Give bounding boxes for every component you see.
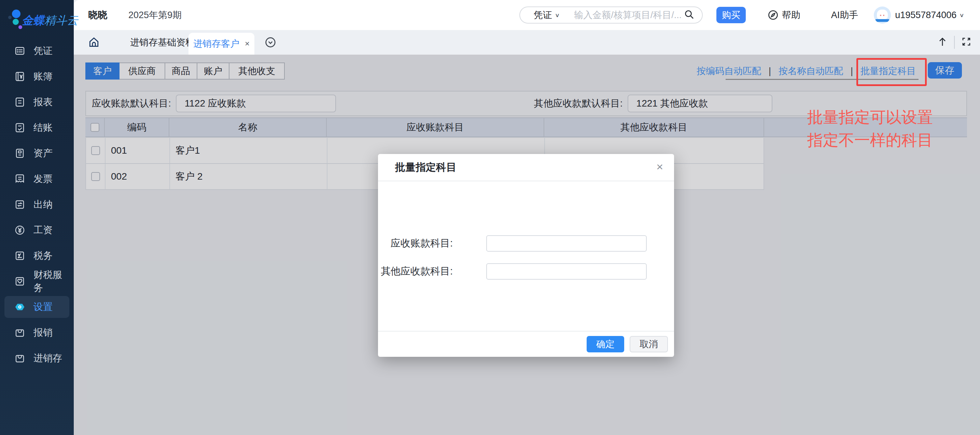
ledger-icon (14, 71, 25, 82)
logo-dot-icon (8, 16, 12, 19)
sidebar-item-closing[interactable]: 结账 (5, 117, 69, 139)
close-tab-icon[interactable]: × (245, 39, 250, 48)
sidebar-item-label: 报销 (33, 326, 52, 339)
logo-dot-icon (13, 19, 19, 25)
tax-icon (14, 250, 25, 261)
logo-dot-icon (12, 10, 21, 18)
dialog-title: 批量指定科目 (395, 161, 457, 174)
sidebar-item-invoice[interactable]: 发票 (5, 168, 69, 190)
sidebar-item-label: 资产 (33, 147, 52, 160)
annotation-line: 批量指定可以设置 (807, 106, 933, 129)
recv-subject-label: 应收账款科目: (391, 237, 453, 250)
ai-assistant-button[interactable]: AI助手 (831, 9, 858, 21)
confirm-button[interactable]: 确定 (587, 336, 624, 352)
buy-button[interactable]: 购买 (716, 7, 746, 23)
tab-inventory-customer[interactable]: 进销存客户 × (188, 33, 255, 55)
sidebar-item-label: 凭证 (33, 45, 52, 57)
recv-subject-input[interactable] (486, 235, 647, 252)
chevron-down-icon: ∨ (555, 12, 560, 18)
cashier-icon (14, 199, 25, 210)
logo-wordmark: 金蝶精斗云 (22, 13, 78, 28)
search-icon[interactable] (684, 9, 695, 21)
annotation-highlight-box (856, 58, 927, 86)
expense-icon (14, 327, 25, 338)
cancel-button[interactable]: 取消 (630, 336, 668, 352)
invoice-icon (14, 174, 25, 184)
dialog-header: 批量指定科目 × (378, 154, 674, 181)
assets-icon (14, 148, 25, 159)
settings-icon (14, 301, 25, 312)
sidebar-item-label: 工资 (33, 224, 52, 237)
sidebar-item-ledger[interactable]: 账簿 (5, 65, 69, 88)
app-screen: 金蝶精斗云 凭证 账簿 报表 结账 资产 (0, 0, 980, 435)
page-tabstrip: 进销存基础资料 进销存客户 × (74, 30, 980, 55)
sidebar-item-label: 进销存 (33, 352, 62, 365)
inventory-icon (14, 353, 25, 363)
sidebar: 金蝶精斗云 凭证 账簿 报表 结账 资产 (0, 0, 74, 435)
help-button[interactable]: 帮助 (768, 9, 800, 21)
sidebar-item-inventory[interactable]: 进销存 (5, 347, 69, 369)
sidebar-item-label: 财税服务 (33, 268, 69, 294)
chevron-down-icon: ∨ (959, 12, 964, 18)
sidebar-item-expense[interactable]: 报销 (5, 322, 69, 344)
home-icon[interactable] (88, 37, 100, 49)
batch-assign-subject-dialog: 批量指定科目 × 应收账款科目: 其他应收款科目: 确定 取消 (378, 154, 674, 357)
payroll-icon (14, 225, 25, 236)
sidebar-item-finance-tax-service[interactable]: 财税服务 (5, 271, 69, 292)
sidebar-item-label: 报表 (33, 96, 52, 108)
finance-service-icon (14, 276, 25, 287)
divider (954, 36, 955, 49)
workspace-name[interactable]: 晓晓 (88, 8, 107, 22)
close-icon[interactable]: × (656, 161, 663, 172)
closing-icon (14, 122, 25, 133)
username: u19557874006 (895, 10, 956, 21)
sidebar-item-report[interactable]: 报表 (5, 91, 69, 113)
search-category-select[interactable]: 凭证 (534, 9, 552, 21)
sidebar-item-assets[interactable]: 资产 (5, 142, 69, 164)
voucher-icon (14, 45, 25, 56)
sidebar-nav: 凭证 账簿 报表 结账 资产 发票 (0, 36, 74, 373)
sidebar-item-label: 账簿 (33, 70, 52, 83)
annotation-line: 指定不一样的科目 (807, 129, 933, 151)
sidebar-item-voucher[interactable]: 凭证 (5, 40, 69, 62)
scroll-top-icon[interactable] (937, 36, 948, 48)
user-menu[interactable]: u19557874006 ∨ (874, 6, 964, 24)
app-logo: 金蝶精斗云 (8, 6, 72, 30)
accounting-period[interactable]: 2025年第9期 (128, 9, 182, 21)
other-subject-input[interactable] (486, 263, 647, 280)
annotation-note: 批量指定可以设置 指定不一样的科目 (807, 106, 933, 151)
sidebar-item-cashier[interactable]: 出纳 (5, 194, 69, 215)
sidebar-item-label: 设置 (33, 301, 52, 314)
sidebar-item-payroll[interactable]: 工资 (5, 219, 69, 241)
sidebar-item-label: 税务 (33, 249, 52, 262)
global-search: 凭证 ∨ (519, 6, 703, 24)
avatar (874, 6, 891, 24)
compass-icon (768, 10, 778, 21)
dialog-footer: 确定 取消 (378, 331, 674, 357)
sidebar-item-tax[interactable]: 税务 (5, 245, 69, 267)
sidebar-item-settings[interactable]: 设置 (5, 296, 69, 318)
topbar: 晓晓 2025年第9期 凭证 ∨ 购买 帮助 AI助手 u1955787 (74, 0, 980, 30)
sidebar-item-label: 出纳 (33, 198, 52, 211)
help-label: 帮助 (782, 9, 800, 21)
fullscreen-icon[interactable] (961, 36, 972, 48)
sidebar-item-label: 发票 (33, 172, 52, 185)
tab-list-dropdown-icon[interactable] (265, 37, 276, 49)
report-icon (14, 97, 25, 108)
search-input[interactable] (574, 10, 683, 21)
sidebar-item-label: 结账 (33, 121, 52, 134)
tab-label: 进销存客户 (193, 38, 239, 50)
other-subject-label: 其他应收款科目: (381, 265, 453, 278)
